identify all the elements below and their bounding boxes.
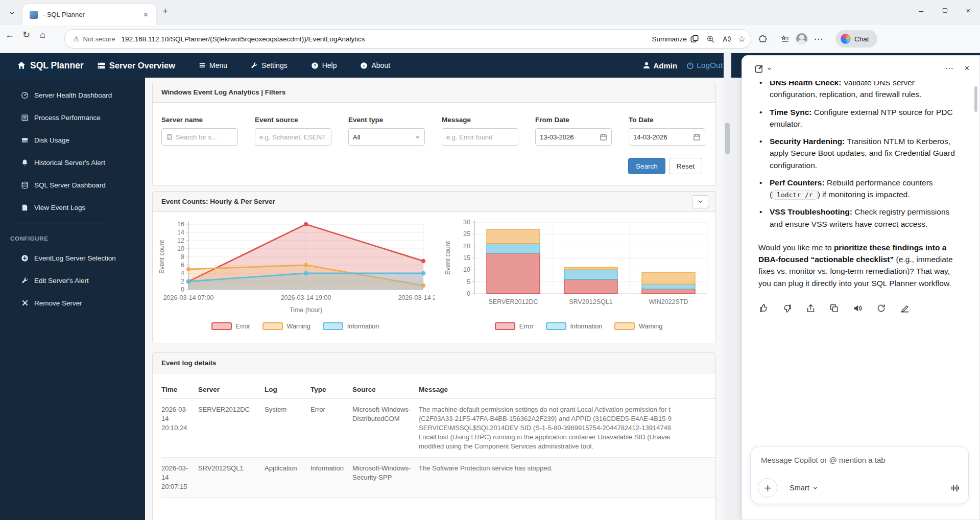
sidebar-item-label: Edit Server's Alert [34, 277, 89, 285]
thumbs-down-icon[interactable] [782, 303, 793, 313]
calendar-icon [693, 133, 701, 141]
nav-item-menu[interactable]: Menu [199, 61, 227, 69]
sidebar-item-disk-usage[interactable]: Disk Usage [0, 129, 145, 151]
toolbar-divider [774, 34, 774, 44]
info-icon: i [360, 62, 368, 69]
table-row[interactable]: 2026-03-14 20:07:15SRV2012SQL1Applicatio… [161, 457, 716, 498]
event-source-input[interactable] [255, 128, 331, 146]
edit-icon[interactable] [899, 303, 910, 313]
sidebar-item-remove-server[interactable]: Remove Server [0, 292, 145, 314]
collapse-panel-button[interactable] [692, 195, 708, 208]
filter-label: From Date [535, 116, 612, 124]
legend-swatch [614, 322, 635, 330]
copilot-mode-button[interactable]: Smart [784, 480, 823, 496]
filters-panel: Windows Event Log Analytics | Filters Se… [152, 82, 716, 186]
legend-swatch [495, 322, 515, 330]
refresh-button[interactable]: ↻ [22, 30, 40, 48]
profile-avatar[interactable] [796, 33, 807, 44]
bullet-lead: DNS Health Check: [770, 81, 841, 87]
speaker-icon[interactable] [852, 303, 863, 313]
server-icon [97, 61, 106, 70]
nav-item-help[interactable]: ?Help [311, 61, 337, 69]
svg-text:12: 12 [177, 237, 184, 244]
tab-search-button[interactable] [4, 5, 19, 20]
browser-tab[interactable]: - SQL Planner × [22, 4, 156, 25]
regenerate-icon[interactable] [876, 303, 887, 313]
summarize-button[interactable]: Summarize [652, 34, 699, 43]
reset-button[interactable]: Reset [669, 158, 702, 174]
filter-label: To Date [629, 116, 705, 124]
copy-icon[interactable] [829, 303, 840, 313]
more-menu-icon[interactable]: ⋯ [814, 35, 823, 43]
sidebar-item-historical-server-s-alert[interactable]: Historical Server's Alert [0, 151, 145, 174]
scrollbar-thumb[interactable] [725, 123, 730, 154]
read-aloud-icon[interactable] [722, 35, 731, 43]
address-bar[interactable]: ⚠ Not secure 192.168.112.10/SQLPlanner/(… [64, 29, 751, 49]
sidebar-item-view-event-logs[interactable]: View Event Logs [0, 196, 145, 219]
table-row[interactable]: 2026-03-14 20:10:24SERVER2012DCSystemErr… [161, 399, 716, 458]
sidebar-item-process-performance[interactable]: Process Performance [0, 106, 145, 129]
copilot-add-button[interactable] [758, 478, 777, 498]
favorite-star-icon[interactable]: ☆ [738, 35, 746, 43]
type-cell: Error [310, 399, 352, 458]
favorites-bar-icon[interactable] [781, 35, 790, 43]
from-date-input[interactable]: 13-03-2026 [535, 128, 612, 146]
copilot-close-icon[interactable]: × [965, 64, 969, 73]
new-tab-button[interactable]: + [162, 6, 177, 20]
zoom-in-icon[interactable] [706, 35, 715, 43]
minimize-button[interactable]: – [910, 0, 933, 20]
logs-icon [20, 204, 29, 211]
svg-text:2026-03-14 20:00: 2026-03-14 20:00 [398, 294, 435, 301]
plus-icon [763, 484, 772, 492]
tab-strip: - SQL Planner × + – × [0, 0, 980, 25]
maximize-button[interactable] [933, 0, 957, 20]
text-input[interactable] [259, 133, 327, 141]
new-chat-button[interactable] [754, 64, 772, 74]
server-name-input[interactable]: Search for s... [161, 128, 238, 146]
nav-item-server-overview[interactable]: Server Overview [97, 61, 175, 70]
wrench-icon [20, 277, 29, 284]
copilot-panel: ⋯ × DNS Health Check: Validate DNS serve… [742, 55, 980, 520]
sidebar-item-server-health-dashboard[interactable]: Server Health Dashboard [0, 84, 145, 106]
sidebar-item-eventlog-server-selection[interactable]: EventLog Server Selection [0, 247, 145, 269]
list-icon [20, 114, 29, 122]
brand[interactable]: SQL Planner [17, 60, 84, 71]
tab-title: - SQL Planner [43, 11, 140, 18]
voice-input-icon[interactable] [950, 483, 960, 493]
search-button[interactable]: Search [628, 158, 665, 174]
event-type-input[interactable]: All [348, 128, 425, 146]
sidebar-item-sql-server-dashboard[interactable]: SQL Server Dashboard [0, 174, 145, 196]
thumbs-up-icon[interactable] [758, 303, 769, 313]
charts-panel: Event Counts: Hourly & Per Server 024681… [152, 191, 716, 343]
share-icon[interactable] [805, 303, 816, 313]
nav-item-about[interactable]: iAbout [360, 61, 390, 69]
svg-text:30: 30 [463, 219, 470, 226]
copilot-more-icon[interactable]: ⋯ [945, 64, 953, 73]
admin-menu[interactable]: Admin [642, 61, 677, 70]
extensions-icon[interactable] [758, 35, 767, 43]
message-input[interactable] [442, 128, 518, 146]
bullet-lead: Perf Counters: [770, 178, 825, 187]
nav-item-settings[interactable]: Settings [251, 61, 288, 69]
nav-item-label: Help [322, 61, 337, 69]
copilot-chat-button[interactable]: Chat [835, 30, 877, 48]
browser-home-button[interactable]: ⌂ [40, 30, 57, 48]
svg-text:10: 10 [177, 245, 184, 252]
security-label: Not secure [83, 35, 115, 43]
legend-label: Warning [639, 323, 662, 330]
copilot-scrollbar-thumb[interactable] [974, 86, 977, 112]
logout-link[interactable]: LogOut [686, 61, 723, 70]
tab-close-icon[interactable]: × [140, 10, 151, 20]
chevron-down-icon [812, 485, 818, 491]
tab-favicon [30, 11, 38, 19]
legend-label: Error [236, 323, 250, 330]
copilot-input-card[interactable]: Message Copilot or @ mention a tab Smart [750, 446, 969, 504]
page-scrollbar[interactable] [724, 53, 731, 520]
app-nav-items: Server OverviewMenuSettings?HelpiAbout [97, 61, 414, 70]
close-window-button[interactable]: × [957, 0, 980, 20]
text-input[interactable] [446, 133, 514, 141]
svg-text:Event count: Event count [444, 241, 451, 275]
sidebar-item-edit-server-s-alert[interactable]: Edit Server's Alert [0, 269, 145, 292]
to-date-input[interactable]: 14-03-2026 [629, 128, 705, 146]
back-button[interactable]: ← [5, 30, 22, 48]
